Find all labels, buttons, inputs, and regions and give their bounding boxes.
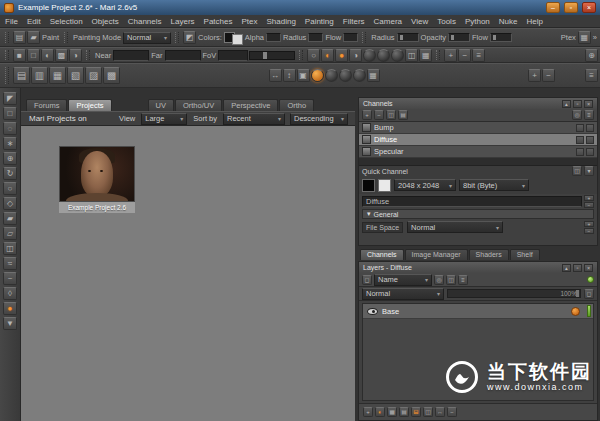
- layers-duplicate-icon[interactable]: ◫: [446, 275, 456, 285]
- decrement-icon[interactable]: −: [584, 228, 594, 234]
- cache-icon[interactable]: [586, 136, 594, 144]
- transform-horizontal-icon[interactable]: ↔: [269, 69, 282, 82]
- lit-view-icon[interactable]: ◑: [69, 49, 82, 62]
- brush-tip-icon[interactable]: ▰: [27, 31, 40, 44]
- toolbar-grip[interactable]: [175, 32, 179, 44]
- dock-tab-shelf[interactable]: Shelf: [510, 249, 540, 260]
- fov-field[interactable]: [218, 50, 248, 61]
- maximize-button[interactable]: ▫: [564, 2, 578, 13]
- menu-file[interactable]: File: [5, 17, 18, 26]
- bake-add-icon[interactable]: +: [528, 69, 541, 82]
- menu-selection[interactable]: Selection: [50, 17, 83, 26]
- menu-objects[interactable]: Objects: [92, 17, 119, 26]
- panel-pin-icon[interactable]: ▴: [562, 264, 571, 272]
- projection-grid-icon[interactable]: ▦: [367, 69, 380, 82]
- quick-channel-color-swatch[interactable]: [362, 179, 375, 192]
- lighting-full-icon[interactable]: ●: [335, 49, 348, 62]
- panel-close-icon[interactable]: ×: [584, 264, 593, 272]
- textured-view-icon[interactable]: ▩: [55, 49, 68, 62]
- file-space-select[interactable]: Normal ▾: [407, 221, 503, 233]
- opacity-value-field[interactable]: [448, 33, 470, 42]
- bake-clear-icon[interactable]: −: [542, 69, 555, 82]
- mirror-horizontal-icon[interactable]: ◫: [405, 49, 418, 62]
- toolbar-grip[interactable]: [86, 50, 90, 60]
- snapshot-icon[interactable]: ◎: [572, 110, 582, 120]
- remove-layer-icon[interactable]: −: [447, 407, 457, 417]
- decrement-icon[interactable]: −: [584, 202, 594, 208]
- projection-screen-icon[interactable]: [353, 69, 366, 82]
- sort-select[interactable]: Recent ▾: [223, 113, 285, 125]
- layer-cached-icon[interactable]: [571, 307, 580, 316]
- object-cube-icon[interactable]: ■: [13, 49, 26, 62]
- lighting-flat-icon[interactable]: ○: [307, 49, 320, 62]
- transform-vertical-icon[interactable]: ↕: [283, 69, 296, 82]
- patch-mirror-icon[interactable]: ▨: [85, 67, 102, 84]
- blur-tool-icon[interactable]: ≈: [3, 257, 17, 270]
- export-channel-icon[interactable]: ▤: [398, 110, 408, 120]
- menu-channels[interactable]: Channels: [128, 17, 162, 26]
- remove-view-icon[interactable]: −: [458, 49, 471, 62]
- blend-mode-select[interactable]: Normal ▾: [362, 288, 444, 300]
- add-group-icon[interactable]: ▤: [399, 407, 409, 417]
- material-sphere-icon[interactable]: [391, 49, 404, 62]
- shaded-view-icon[interactable]: ◐: [41, 49, 54, 62]
- patch-bake-icon[interactable]: ▩: [103, 67, 120, 84]
- select-tool-icon[interactable]: ◤: [3, 92, 17, 105]
- lock-icon[interactable]: [576, 124, 584, 132]
- tab-projects[interactable]: Projects: [68, 99, 111, 111]
- quick-channel-menu-icon[interactable]: ▾: [584, 166, 594, 176]
- add-adjustment-layer-icon[interactable]: ◐: [375, 407, 385, 417]
- marquee-select-icon[interactable]: □: [3, 107, 17, 120]
- layer-row-base[interactable]: Base: [363, 304, 593, 319]
- wireframe-icon[interactable]: □: [27, 49, 40, 62]
- layer-visibility-icon[interactable]: [367, 308, 378, 315]
- projection-front-icon[interactable]: [325, 69, 338, 82]
- radius-value-field[interactable]: [397, 33, 419, 42]
- layer-opacity-slider[interactable]: 100%: [447, 289, 581, 298]
- flow-slider[interactable]: [343, 33, 358, 42]
- menu-edit[interactable]: Edit: [27, 17, 41, 26]
- preview-sphere-icon[interactable]: [377, 49, 390, 62]
- environment-sphere-icon[interactable]: [363, 49, 376, 62]
- cache-icon[interactable]: [586, 148, 594, 156]
- menu-python[interactable]: Python: [465, 17, 490, 26]
- eyedropper-icon[interactable]: ◊: [3, 287, 17, 300]
- panel-float-icon[interactable]: ▫: [573, 100, 582, 108]
- duplicate-channel-icon[interactable]: ◫: [386, 110, 396, 120]
- lock-icon[interactable]: [576, 148, 584, 156]
- layers-menu-icon[interactable]: ≡: [458, 275, 468, 285]
- menu-camera[interactable]: Camera: [374, 17, 402, 26]
- channel-depth-select[interactable]: 8bit (Byte) ▾: [459, 179, 529, 191]
- patch-uv-icon[interactable]: ▦: [49, 67, 66, 84]
- order-select[interactable]: Descending ▾: [290, 113, 348, 125]
- magic-wand-icon[interactable]: ∗: [3, 137, 17, 150]
- symmetry-icon[interactable]: ⊕: [585, 49, 598, 62]
- paint-brush-icon[interactable]: ▰: [3, 212, 17, 225]
- menu-shading[interactable]: Shading: [266, 17, 295, 26]
- tab-perspective[interactable]: Perspective: [223, 99, 278, 111]
- palette-icon[interactable]: ◩: [183, 31, 196, 44]
- general-section-header[interactable]: ▾ General: [362, 209, 594, 219]
- tools-expand-icon[interactable]: ▼: [3, 317, 17, 330]
- flow-value-field[interactable]: [490, 33, 512, 42]
- layers-filter-select[interactable]: Name ▾: [374, 274, 432, 286]
- channel-row-diffuse[interactable]: Diffuse: [359, 134, 597, 146]
- radius-slider[interactable]: [308, 33, 323, 42]
- layers-snapshot-icon[interactable]: ◎: [434, 275, 444, 285]
- paint-through-icon[interactable]: ●: [3, 302, 17, 315]
- pan-tool-icon[interactable]: ◇: [3, 197, 17, 210]
- toolbar-grip[interactable]: [436, 50, 440, 60]
- toolbar-grip[interactable]: [64, 32, 68, 44]
- menu-nuke[interactable]: Nuke: [499, 17, 518, 26]
- fov-slider[interactable]: [249, 51, 295, 60]
- remove-channel-icon[interactable]: −: [374, 110, 384, 120]
- view-menu-icon[interactable]: ≡: [472, 49, 485, 62]
- menu-help[interactable]: Help: [526, 17, 542, 26]
- menu-ptex[interactable]: Ptex: [241, 17, 257, 26]
- add-channel-icon[interactable]: +: [362, 110, 372, 120]
- channels-menu-icon[interactable]: ≡: [584, 110, 594, 120]
- menu-view[interactable]: View: [411, 17, 428, 26]
- menu-painting[interactable]: Painting: [305, 17, 334, 26]
- smear-tool-icon[interactable]: ~: [3, 272, 17, 285]
- eraser-icon[interactable]: ▱: [3, 227, 17, 240]
